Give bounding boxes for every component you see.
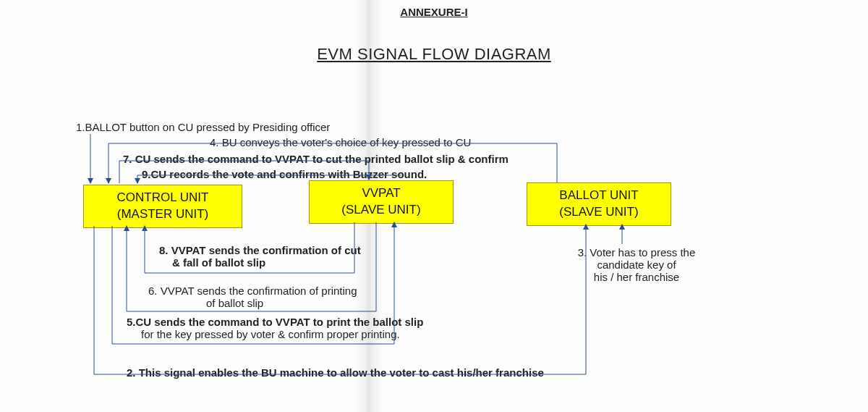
step-9-label: 9.CU records the vote and confirms with … xyxy=(142,168,427,180)
control-unit-line2: (MASTER UNIT) xyxy=(90,206,236,223)
step-7-label: 7. CU sends the command to VVPAT to cut … xyxy=(123,153,509,165)
vvpat-unit-line1: VVPAT xyxy=(315,185,447,202)
step-8-label: 8. VVPAT sends the confirmation of cut &… xyxy=(159,244,361,269)
ballot-unit-box: BALLOT UNIT (SLAVE UNIT) xyxy=(527,182,671,226)
step-6-label: 6. VVPAT sends the confirmation of print… xyxy=(148,285,357,309)
step-4-label: 4. BU conveys the voter's choice of key … xyxy=(210,136,471,148)
ballot-unit-line1: BALLOT UNIT xyxy=(533,188,665,204)
control-unit-box: CONTROL UNIT (MASTER UNIT) xyxy=(83,185,242,228)
step-3-label: 3. Voter has to press the candidate key … xyxy=(557,246,716,283)
annexure-heading: ANNEXURE-I xyxy=(0,6,868,18)
diagram-title: EVM SIGNAL FLOW DIAGRAM xyxy=(0,45,868,64)
vvpat-unit-box: VVPAT (SLAVE UNIT) xyxy=(309,180,454,224)
step-2-label: 2. This signal enables the BU machine to… xyxy=(127,366,544,379)
control-unit-line1: CONTROL UNIT xyxy=(90,190,236,206)
step-1-label: 1.BALLOT button on CU pressed by Presidi… xyxy=(76,121,330,133)
ballot-unit-line2: (SLAVE UNIT) xyxy=(533,204,665,221)
vvpat-unit-line2: (SLAVE UNIT) xyxy=(315,202,447,219)
step-5-label: 5.CU sends the command to VVPAT to print… xyxy=(127,316,423,340)
